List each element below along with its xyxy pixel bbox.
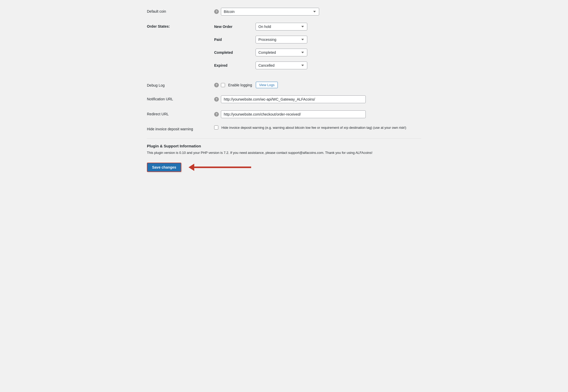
plugin-info-text: This plugin version is 0.10 and your PHP… xyxy=(147,150,421,155)
expired-row: Expired On hold Pending Processing Compl… xyxy=(214,62,421,69)
default-coin-select[interactable]: Bitcoin Ethereum Litecoin Ripple xyxy=(221,8,319,16)
hide-invoice-control: Hide invoice deposit warning (e.g. warni… xyxy=(214,125,421,130)
new-order-label: New Order xyxy=(214,25,256,29)
plugin-info-section: Plugin & Support Information This plugin… xyxy=(147,144,421,155)
redirect-url-control: ? xyxy=(214,110,421,118)
redirect-url-input[interactable] xyxy=(221,110,366,118)
hide-invoice-label: Hide invoice deposit warning xyxy=(147,125,214,131)
order-states-label: Order States: xyxy=(147,23,214,28)
hide-invoice-text: Hide invoice deposit warning (e.g. warni… xyxy=(221,125,406,130)
order-states-row: Order States: New Order On hold Pending … xyxy=(147,23,421,74)
notification-url-help-icon[interactable]: ? xyxy=(214,97,219,102)
paid-label: Paid xyxy=(214,37,256,42)
notification-url-control: ? xyxy=(214,95,421,103)
arrow-head xyxy=(189,164,194,171)
enable-logging-checkbox[interactable] xyxy=(221,83,225,87)
default-coin-control: ? Bitcoin Ethereum Litecoin Ripple xyxy=(214,8,421,16)
redirect-url-help-icon[interactable]: ? xyxy=(214,112,219,117)
debug-log-control: ? Enable logging View Logs xyxy=(214,82,421,88)
notification-url-row: Notification URL ? xyxy=(147,95,421,103)
hide-invoice-checkbox[interactable] xyxy=(214,125,218,130)
paid-row: Paid On hold Pending Processing Complete… xyxy=(214,36,421,43)
enable-logging-label: Enable logging xyxy=(228,83,252,87)
new-order-row: New Order On hold Pending Processing Com… xyxy=(214,23,421,31)
new-order-select[interactable]: On hold Pending Processing Completed Can… xyxy=(256,23,307,31)
section-divider xyxy=(147,138,421,139)
view-logs-button[interactable]: View Logs xyxy=(256,82,278,88)
expired-select[interactable]: On hold Pending Processing Completed Can… xyxy=(256,62,307,69)
debug-log-row: Debug Log ? Enable logging View Logs xyxy=(147,82,421,88)
order-states-wrap: New Order On hold Pending Processing Com… xyxy=(214,23,421,74)
debug-log-help-icon[interactable]: ? xyxy=(214,83,219,87)
completed-select[interactable]: On hold Pending Processing Completed Can… xyxy=(256,49,307,56)
settings-container: Default coin ? Bitcoin Ethereum Litecoin… xyxy=(142,0,426,182)
notification-url-label: Notification URL xyxy=(147,95,214,101)
paid-select[interactable]: On hold Pending Processing Completed Can… xyxy=(256,36,307,43)
plugin-info-title: Plugin & Support Information xyxy=(147,144,421,148)
debug-log-label: Debug Log xyxy=(147,82,214,87)
save-changes-wrap: Save changes xyxy=(147,163,421,172)
expired-label: Expired xyxy=(214,63,256,67)
arrow-shaft xyxy=(194,167,251,168)
completed-label: Completed xyxy=(214,50,256,55)
arrow-indicator xyxy=(189,164,251,171)
redirect-url-row: Redirect URL ? xyxy=(147,110,421,118)
redirect-url-label: Redirect URL xyxy=(147,110,214,116)
default-coin-row: Default coin ? Bitcoin Ethereum Litecoin… xyxy=(147,8,421,16)
default-coin-label: Default coin xyxy=(147,8,214,13)
hide-invoice-row: Hide invoice deposit warning Hide invoic… xyxy=(147,125,421,131)
default-coin-help-icon[interactable]: ? xyxy=(214,9,219,14)
completed-row: Completed On hold Pending Processing Com… xyxy=(214,49,421,56)
save-changes-button[interactable]: Save changes xyxy=(147,163,181,172)
notification-url-input[interactable] xyxy=(221,95,366,103)
